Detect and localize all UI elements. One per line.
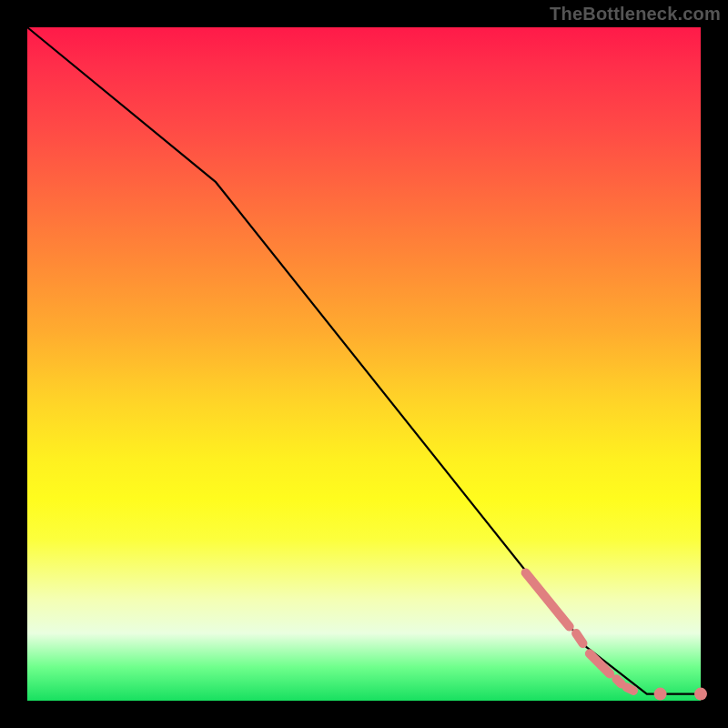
dash-segment bbox=[627, 687, 633, 691]
dash-segment bbox=[576, 633, 582, 643]
end-dot bbox=[654, 688, 667, 701]
plot-area bbox=[27, 27, 701, 701]
end-dot bbox=[694, 688, 707, 701]
chart-svg bbox=[27, 27, 701, 701]
dash-overlay bbox=[526, 572, 633, 691]
curve-line bbox=[27, 27, 701, 694]
attribution-label: TheBottleneck.com bbox=[550, 4, 721, 25]
dash-segment bbox=[526, 572, 570, 626]
chart-stage: TheBottleneck.com bbox=[0, 0, 728, 728]
dash-segment bbox=[617, 679, 622, 683]
